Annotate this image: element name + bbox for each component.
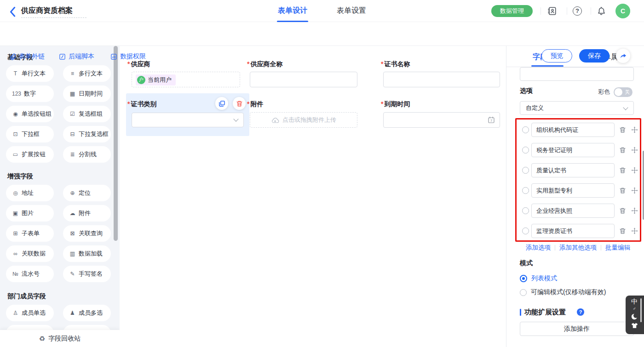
delete-option-icon[interactable] <box>619 228 626 234</box>
mode-option-list[interactable]: 列表模式 <box>520 274 557 283</box>
delete-option-icon[interactable] <box>619 147 626 154</box>
field-pill[interactable]: 123 数字 <box>6 85 54 102</box>
form-external-link-label: 表单外链 <box>19 52 45 61</box>
field-pill[interactable]: T 单行文本 <box>6 65 54 82</box>
theme-shirt-icon[interactable] <box>626 322 643 330</box>
field-pill[interactable]: ∞ 关联数据 <box>6 245 54 262</box>
add-option-link[interactable]: 添加选项 <box>526 244 551 252</box>
field-pill[interactable]: ▦ 日期时间 <box>63 85 111 102</box>
field-type-icon: ≡ <box>69 71 76 76</box>
share-button[interactable] <box>616 49 630 63</box>
cert-type-select[interactable] <box>132 113 244 127</box>
field-title-input[interactable] <box>520 67 634 81</box>
current-user-tag[interactable]: 户 当前用户 <box>136 74 176 85</box>
page-title[interactable]: 供应商资质档案 <box>21 6 86 18</box>
data-permission-button[interactable]: 数据权限 <box>110 52 146 61</box>
add-operation-button[interactable]: 添加操作 <box>520 322 634 336</box>
option-text-input[interactable] <box>531 224 615 238</box>
upload-hint-text: 点击或拖拽附件上传 <box>282 116 336 124</box>
form-external-link-button[interactable]: 表单外链 <box>9 52 45 61</box>
cert-name-field[interactable] <box>383 72 500 87</box>
field-pill[interactable]: ⊕ 定位 <box>63 185 111 201</box>
option-radio[interactable] <box>522 167 529 174</box>
drag-move-icon[interactable] <box>631 126 638 133</box>
drag-move-icon[interactable] <box>631 147 638 154</box>
delete-option-icon[interactable] <box>619 187 626 194</box>
user-avatar[interactable]: C <box>615 4 630 18</box>
field-pill[interactable]: ≣ 分割线 <box>63 146 111 163</box>
option-source-value: 自定义 <box>526 104 544 111</box>
widget-scrollbar[interactable] <box>640 298 642 322</box>
option-text-input[interactable] <box>531 204 615 218</box>
field-pill[interactable]: ▭ 扩展按钮 <box>6 146 54 163</box>
field-pill[interactable]: ▣ 图片 <box>6 205 54 222</box>
recycle-icon: ♻ <box>39 335 45 342</box>
field-pill[interactable]: ☑ 复选框组 <box>63 106 111 122</box>
extension-help-icon[interactable]: ? <box>577 308 584 316</box>
back-icon[interactable] <box>9 6 16 16</box>
field-pill[interactable]: ▥ 数据加载 <box>63 245 111 262</box>
tab-form-design[interactable]: 表单设计 <box>277 6 308 16</box>
option-text-input[interactable] <box>531 143 615 157</box>
option-text-input[interactable] <box>531 183 615 198</box>
top-bar: 供应商资质档案 表单设计 表单设置 数据管理 ? C <box>0 0 644 22</box>
option-source-select[interactable]: 自定义 <box>520 101 634 115</box>
field-type-icon: ⊟ <box>69 131 76 137</box>
batch-edit-link[interactable]: 批量编辑 <box>605 244 630 252</box>
option-text-input[interactable] <box>531 163 615 177</box>
drag-move-icon[interactable] <box>631 228 638 234</box>
delete-option-icon[interactable] <box>619 126 626 133</box>
field-pill-label: 地址 <box>22 189 34 197</box>
field-type-icon: ▭ <box>12 152 19 157</box>
field-pill[interactable]: ≡ 多行文本 <box>63 65 111 82</box>
svg-text:7: 7 <box>490 119 492 123</box>
option-radio[interactable] <box>522 126 529 133</box>
field-recycle-bin-button[interactable]: ♻ 字段回收站 <box>0 330 120 347</box>
delete-option-icon[interactable] <box>619 167 626 174</box>
preview-button[interactable]: 预览 <box>541 49 572 63</box>
field-type-icon: ♙ <box>12 310 19 316</box>
drag-move-icon[interactable] <box>631 207 638 214</box>
drag-move-icon[interactable] <box>631 187 638 194</box>
option-text-input[interactable] <box>531 123 615 137</box>
drag-move-icon[interactable] <box>631 167 638 174</box>
save-button[interactable]: 保存 <box>579 49 610 63</box>
supplier-fullname-field[interactable] <box>250 72 357 87</box>
separator <box>555 245 555 250</box>
field-pill[interactable]: ⊞ 子表单 <box>6 225 54 242</box>
delete-field-button[interactable] <box>233 97 246 110</box>
notification-bell-icon[interactable] <box>597 6 606 16</box>
field-pill[interactable]: ✎ 手写签名 <box>63 266 111 282</box>
copy-field-button[interactable] <box>215 97 228 110</box>
mode-list-label: 列表模式 <box>531 274 557 283</box>
field-type-icon: ≣ <box>69 152 76 157</box>
expire-time-field[interactable]: 7 <box>383 112 500 128</box>
field-pill[interactable]: ◎ 地址 <box>6 185 54 201</box>
tab-form-settings[interactable]: 表单设置 <box>336 6 367 16</box>
field-pill[interactable]: ☁ 附件 <box>63 205 111 222</box>
attachment-upload-area[interactable]: 点击或拖拽附件上传 <box>250 112 357 128</box>
field-pill[interactable]: ⊠ 关联查询 <box>63 225 111 242</box>
address-book-icon[interactable] <box>547 6 557 16</box>
supplier-field[interactable]: 户 当前用户 <box>132 72 240 87</box>
field-type-icon: ⊞ <box>12 231 19 236</box>
field-pill[interactable]: ♟ 成员多选 <box>63 305 111 321</box>
mode-option-editable[interactable]: 可编辑模式(仅移动端有效) <box>520 288 606 296</box>
color-toggle-switch[interactable]: 关 <box>614 87 632 97</box>
field-pill[interactable]: ⊡ 下拉框 <box>6 126 54 142</box>
option-radio[interactable] <box>522 187 529 194</box>
field-type-icon: ✎ <box>69 271 76 277</box>
sidebar-scrollbar[interactable] <box>114 46 118 241</box>
field-pill[interactable]: ◉ 单选按钮组 <box>6 106 54 122</box>
data-manage-button[interactable]: 数据管理 <box>491 5 533 17</box>
add-other-option-link[interactable]: 添加其他选项 <box>559 244 597 252</box>
help-icon[interactable]: ? <box>573 6 582 16</box>
option-radio[interactable] <box>522 207 529 214</box>
option-radio[interactable] <box>522 147 529 154</box>
backend-script-button[interactable]: 后端脚本 <box>59 52 94 61</box>
field-pill[interactable]: № 流水号 <box>6 266 54 282</box>
field-pill[interactable]: ♙ 成员单选 <box>6 305 54 321</box>
delete-option-icon[interactable] <box>619 207 626 214</box>
option-radio[interactable] <box>522 228 529 234</box>
field-pill[interactable]: ⊟ 下拉复选框 <box>63 126 111 142</box>
